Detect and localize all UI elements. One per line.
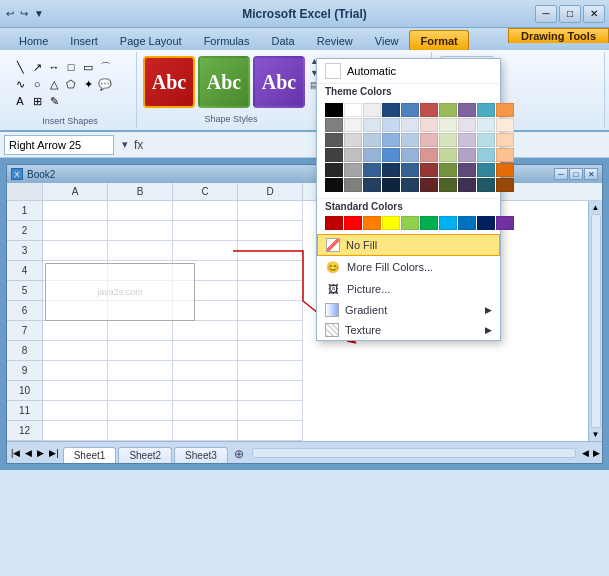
h-scrollbar[interactable]: [252, 448, 576, 458]
minimize-button[interactable]: ─: [535, 5, 557, 23]
rect-icon[interactable]: □: [63, 59, 79, 75]
more-shapes-icon[interactable]: ⊞: [29, 93, 45, 109]
theme-color-swatch[interactable]: [344, 148, 362, 162]
row-10[interactable]: 10: [7, 381, 43, 401]
double-arrow-icon[interactable]: ↔: [46, 59, 62, 75]
oval-icon[interactable]: ○: [29, 76, 45, 92]
theme-color-swatch[interactable]: [401, 163, 419, 177]
rectangle-shape[interactable]: java2s.com: [45, 263, 195, 321]
theme-color-swatch[interactable]: [325, 103, 343, 117]
tab-format[interactable]: Format: [409, 30, 468, 50]
row-8[interactable]: 8: [7, 341, 43, 361]
close-button[interactable]: ✕: [583, 5, 605, 23]
standard-color-swatch[interactable]: [382, 216, 400, 230]
theme-color-swatch[interactable]: [477, 118, 495, 132]
cell-c11[interactable]: [173, 401, 238, 421]
cell-d11[interactable]: [238, 401, 303, 421]
theme-color-swatch[interactable]: [439, 163, 457, 177]
h-scroll-left[interactable]: ◀: [580, 448, 591, 458]
theme-color-swatch[interactable]: [458, 148, 476, 162]
theme-color-swatch[interactable]: [496, 103, 514, 117]
cell-a11[interactable]: [43, 401, 108, 421]
cell-d6[interactable]: [238, 301, 303, 321]
row-9[interactable]: 9: [7, 361, 43, 381]
tab-review[interactable]: Review: [306, 30, 364, 50]
cell-b12[interactable]: [108, 421, 173, 441]
theme-color-swatch[interactable]: [325, 148, 343, 162]
theme-color-swatch[interactable]: [496, 178, 514, 192]
first-sheet-button[interactable]: |◀: [9, 448, 22, 458]
theme-color-swatch[interactable]: [496, 118, 514, 132]
undo-button[interactable]: ↩: [4, 8, 16, 19]
line-icon[interactable]: ╲: [12, 59, 28, 75]
h-scroll-right[interactable]: ▶: [591, 448, 602, 458]
theme-color-swatch[interactable]: [325, 133, 343, 147]
theme-color-swatch[interactable]: [458, 133, 476, 147]
scroll-down-button[interactable]: ▼: [592, 430, 600, 439]
cell-c1[interactable]: [173, 201, 238, 221]
cell-d12[interactable]: [238, 421, 303, 441]
row-4[interactable]: 4: [7, 261, 43, 281]
row-11[interactable]: 11: [7, 401, 43, 421]
theme-color-swatch[interactable]: [401, 118, 419, 132]
cell-a1[interactable]: [43, 201, 108, 221]
cell-c12[interactable]: [173, 421, 238, 441]
theme-color-swatch[interactable]: [382, 148, 400, 162]
automatic-label[interactable]: Automatic: [347, 65, 396, 77]
callout-icon[interactable]: 💬: [97, 76, 113, 92]
theme-color-swatch[interactable]: [439, 118, 457, 132]
sheet-tab-2[interactable]: Sheet2: [118, 447, 172, 463]
theme-color-swatch[interactable]: [420, 178, 438, 192]
cell-c7[interactable]: [173, 321, 238, 341]
next-sheet-button[interactable]: ▶: [35, 448, 46, 458]
text-box-icon[interactable]: A: [12, 93, 28, 109]
theme-color-swatch[interactable]: [325, 178, 343, 192]
theme-color-swatch[interactable]: [458, 118, 476, 132]
scroll-thumb[interactable]: [591, 214, 601, 428]
tab-insert[interactable]: Insert: [59, 30, 109, 50]
tab-data[interactable]: Data: [260, 30, 305, 50]
theme-color-swatch[interactable]: [344, 118, 362, 132]
cell-a2[interactable]: [43, 221, 108, 241]
theme-color-swatch[interactable]: [382, 103, 400, 117]
texture-item[interactable]: Texture ▶: [317, 320, 500, 340]
row-6[interactable]: 6: [7, 301, 43, 321]
cell-d3[interactable]: [238, 241, 303, 261]
freeform-icon[interactable]: ∿: [12, 76, 28, 92]
vertical-scrollbar[interactable]: ▲ ▼: [588, 201, 602, 441]
row-7[interactable]: 7: [7, 321, 43, 341]
theme-color-swatch[interactable]: [363, 148, 381, 162]
tab-view[interactable]: View: [364, 30, 410, 50]
cell-d10[interactable]: [238, 381, 303, 401]
theme-color-swatch[interactable]: [363, 103, 381, 117]
standard-color-swatch[interactable]: [496, 216, 514, 230]
cell-b2[interactable]: [108, 221, 173, 241]
cell-b8[interactable]: [108, 341, 173, 361]
theme-color-swatch[interactable]: [382, 163, 400, 177]
cell-d4[interactable]: [238, 261, 303, 281]
theme-color-swatch[interactable]: [401, 103, 419, 117]
theme-color-swatch[interactable]: [401, 148, 419, 162]
sheet-tab-1[interactable]: Sheet1: [63, 447, 117, 463]
cell-d1[interactable]: [238, 201, 303, 221]
row-5[interactable]: 5: [7, 281, 43, 301]
edit-shape-icon[interactable]: ✎: [46, 93, 62, 109]
theme-color-swatch[interactable]: [439, 178, 457, 192]
no-fill-item[interactable]: No Fill: [317, 234, 500, 256]
theme-color-swatch[interactable]: [420, 163, 438, 177]
col-header-c[interactable]: C: [173, 183, 238, 200]
curve-icon[interactable]: ⌒: [97, 59, 113, 75]
theme-color-swatch[interactable]: [344, 103, 362, 117]
theme-color-swatch[interactable]: [344, 133, 362, 147]
ss-minimize[interactable]: ─: [554, 168, 568, 180]
theme-color-swatch[interactable]: [496, 133, 514, 147]
theme-color-swatch[interactable]: [401, 178, 419, 192]
cell-a3[interactable]: [43, 241, 108, 261]
theme-color-swatch[interactable]: [458, 163, 476, 177]
cell-b11[interactable]: [108, 401, 173, 421]
redo-button[interactable]: ↪: [18, 8, 30, 19]
row-2[interactable]: 2: [7, 221, 43, 241]
theme-color-swatch[interactable]: [477, 148, 495, 162]
shape-style-green[interactable]: Abc: [198, 56, 250, 108]
cell-c2[interactable]: [173, 221, 238, 241]
